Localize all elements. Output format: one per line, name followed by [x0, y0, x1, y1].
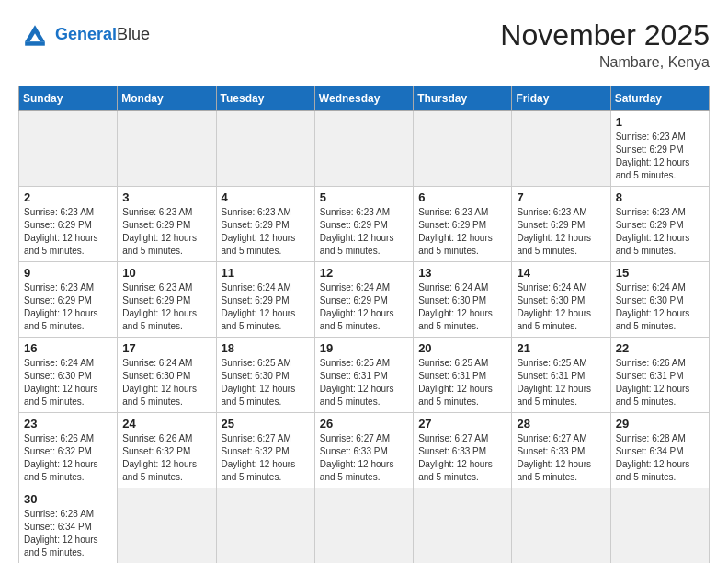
day-number: 22 — [616, 341, 704, 355]
calendar-cell: 14Sunrise: 6:24 AMSunset: 6:30 PMDayligh… — [512, 262, 610, 338]
calendar-cell — [118, 111, 216, 187]
calendar-body: 1Sunrise: 6:23 AMSunset: 6:29 PMDaylight… — [19, 111, 710, 564]
day-number: 3 — [122, 190, 210, 204]
day-number: 5 — [320, 190, 408, 204]
calendar-title: November 2025 — [500, 18, 710, 52]
day-info: Sunrise: 6:23 AMSunset: 6:29 PMDaylight:… — [222, 206, 310, 258]
calendar-cell: 3Sunrise: 6:23 AMSunset: 6:29 PMDaylight… — [118, 187, 216, 262]
day-number: 26 — [320, 417, 408, 431]
calendar-week-4: 16Sunrise: 6:24 AMSunset: 6:30 PMDayligh… — [19, 338, 710, 413]
calendar-week-3: 9Sunrise: 6:23 AMSunset: 6:29 PMDaylight… — [19, 262, 710, 338]
day-info: Sunrise: 6:23 AMSunset: 6:29 PMDaylight:… — [517, 206, 605, 258]
day-info: Sunrise: 6:27 AMSunset: 6:32 PMDaylight:… — [222, 432, 310, 484]
logo-text: GeneralBlue — [55, 26, 150, 44]
calendar-cell: 9Sunrise: 6:23 AMSunset: 6:29 PMDaylight… — [19, 262, 118, 338]
calendar-cell: 17Sunrise: 6:24 AMSunset: 6:30 PMDayligh… — [118, 338, 216, 413]
calendar-table: SundayMondayTuesdayWednesdayThursdayFrid… — [18, 86, 710, 563]
weekday-monday: Monday — [118, 86, 216, 111]
day-info: Sunrise: 6:23 AMSunset: 6:29 PMDaylight:… — [616, 206, 704, 258]
logo-icon — [18, 18, 51, 52]
calendar-cell: 11Sunrise: 6:24 AMSunset: 6:29 PMDayligh… — [216, 262, 314, 338]
calendar-cell: 8Sunrise: 6:23 AMSunset: 6:29 PMDaylight… — [610, 187, 709, 262]
calendar-cell — [118, 488, 216, 564]
logo: GeneralBlue — [18, 18, 150, 52]
calendar-cell: 26Sunrise: 6:27 AMSunset: 6:33 PMDayligh… — [314, 413, 413, 488]
calendar-cell: 4Sunrise: 6:23 AMSunset: 6:29 PMDaylight… — [216, 187, 314, 262]
day-number: 15 — [616, 266, 704, 280]
day-info: Sunrise: 6:23 AMSunset: 6:29 PMDaylight:… — [122, 206, 210, 258]
calendar-cell: 19Sunrise: 6:25 AMSunset: 6:31 PMDayligh… — [314, 338, 413, 413]
calendar-week-5: 23Sunrise: 6:26 AMSunset: 6:32 PMDayligh… — [19, 413, 710, 488]
calendar-cell — [314, 488, 413, 564]
day-number: 20 — [418, 341, 506, 355]
calendar-cell: 24Sunrise: 6:26 AMSunset: 6:32 PMDayligh… — [118, 413, 216, 488]
day-number: 4 — [222, 190, 310, 204]
calendar-cell: 18Sunrise: 6:25 AMSunset: 6:30 PMDayligh… — [216, 338, 314, 413]
day-info: Sunrise: 6:23 AMSunset: 6:29 PMDaylight:… — [24, 206, 112, 258]
calendar-cell — [512, 488, 610, 564]
calendar-cell: 22Sunrise: 6:26 AMSunset: 6:31 PMDayligh… — [610, 338, 709, 413]
day-info: Sunrise: 6:25 AMSunset: 6:30 PMDaylight:… — [222, 357, 310, 408]
calendar-cell: 25Sunrise: 6:27 AMSunset: 6:32 PMDayligh… — [216, 413, 314, 488]
day-info: Sunrise: 6:25 AMSunset: 6:31 PMDaylight:… — [320, 357, 408, 408]
calendar-cell: 28Sunrise: 6:27 AMSunset: 6:33 PMDayligh… — [512, 413, 610, 488]
day-info: Sunrise: 6:27 AMSunset: 6:33 PMDaylight:… — [320, 432, 408, 484]
weekday-saturday: Saturday — [610, 86, 709, 111]
calendar-cell: 10Sunrise: 6:23 AMSunset: 6:29 PMDayligh… — [118, 262, 216, 338]
day-number: 25 — [222, 417, 310, 431]
day-info: Sunrise: 6:23 AMSunset: 6:29 PMDaylight:… — [320, 206, 408, 258]
day-number: 21 — [517, 341, 605, 355]
day-number: 13 — [418, 266, 506, 280]
day-info: Sunrise: 6:23 AMSunset: 6:29 PMDaylight:… — [24, 282, 112, 333]
day-info: Sunrise: 6:26 AMSunset: 6:32 PMDaylight:… — [24, 432, 112, 484]
day-info: Sunrise: 6:24 AMSunset: 6:30 PMDaylight:… — [517, 282, 605, 333]
calendar-cell: 5Sunrise: 6:23 AMSunset: 6:29 PMDaylight… — [314, 187, 413, 262]
day-number: 10 — [122, 266, 210, 280]
day-info: Sunrise: 6:27 AMSunset: 6:33 PMDaylight:… — [418, 432, 506, 484]
day-info: Sunrise: 6:23 AMSunset: 6:29 PMDaylight:… — [418, 206, 506, 258]
day-number: 19 — [320, 341, 408, 355]
calendar-week-6: 30Sunrise: 6:28 AMSunset: 6:34 PMDayligh… — [19, 488, 710, 564]
calendar-cell: 1Sunrise: 6:23 AMSunset: 6:29 PMDaylight… — [610, 111, 709, 187]
calendar-cell — [414, 488, 512, 564]
day-number: 12 — [320, 266, 408, 280]
page-header: GeneralBlue November 2025 Nambare, Kenya — [18, 18, 710, 71]
day-number: 6 — [418, 190, 506, 204]
day-number: 1 — [616, 115, 704, 129]
calendar-cell: 21Sunrise: 6:25 AMSunset: 6:31 PMDayligh… — [512, 338, 610, 413]
calendar-cell: 20Sunrise: 6:25 AMSunset: 6:31 PMDayligh… — [414, 338, 512, 413]
day-info: Sunrise: 6:24 AMSunset: 6:29 PMDaylight:… — [222, 282, 310, 333]
day-number: 16 — [24, 341, 112, 355]
calendar-cell — [610, 488, 709, 564]
calendar-subtitle: Nambare, Kenya — [500, 54, 710, 71]
day-info: Sunrise: 6:25 AMSunset: 6:31 PMDaylight:… — [418, 357, 506, 408]
day-number: 23 — [24, 417, 112, 431]
day-number: 18 — [222, 341, 310, 355]
calendar-cell: 29Sunrise: 6:28 AMSunset: 6:34 PMDayligh… — [610, 413, 709, 488]
calendar-cell: 2Sunrise: 6:23 AMSunset: 6:29 PMDaylight… — [19, 187, 118, 262]
svg-rect-2 — [25, 41, 45, 46]
day-info: Sunrise: 6:24 AMSunset: 6:29 PMDaylight:… — [320, 282, 408, 333]
calendar-cell — [512, 111, 610, 187]
calendar-cell: 12Sunrise: 6:24 AMSunset: 6:29 PMDayligh… — [314, 262, 413, 338]
calendar-cell: 16Sunrise: 6:24 AMSunset: 6:30 PMDayligh… — [19, 338, 118, 413]
calendar-week-2: 2Sunrise: 6:23 AMSunset: 6:29 PMDaylight… — [19, 187, 710, 262]
weekday-thursday: Thursday — [414, 86, 512, 111]
weekday-header-row: SundayMondayTuesdayWednesdayThursdayFrid… — [19, 86, 710, 111]
weekday-sunday: Sunday — [19, 86, 118, 111]
day-number: 27 — [418, 417, 506, 431]
day-info: Sunrise: 6:28 AMSunset: 6:34 PMDaylight:… — [616, 432, 704, 484]
calendar-cell — [414, 111, 512, 187]
day-number: 29 — [616, 417, 704, 431]
title-block: November 2025 Nambare, Kenya — [500, 18, 710, 71]
calendar-cell: 30Sunrise: 6:28 AMSunset: 6:34 PMDayligh… — [19, 488, 118, 564]
day-number: 9 — [24, 266, 112, 280]
day-info: Sunrise: 6:24 AMSunset: 6:30 PMDaylight:… — [616, 282, 704, 333]
day-info: Sunrise: 6:26 AMSunset: 6:31 PMDaylight:… — [616, 357, 704, 408]
weekday-wednesday: Wednesday — [314, 86, 413, 111]
calendar-cell — [314, 111, 413, 187]
day-number: 8 — [616, 190, 704, 204]
day-info: Sunrise: 6:24 AMSunset: 6:30 PMDaylight:… — [418, 282, 506, 333]
day-info: Sunrise: 6:23 AMSunset: 6:29 PMDaylight:… — [616, 131, 704, 182]
day-number: 28 — [517, 417, 605, 431]
